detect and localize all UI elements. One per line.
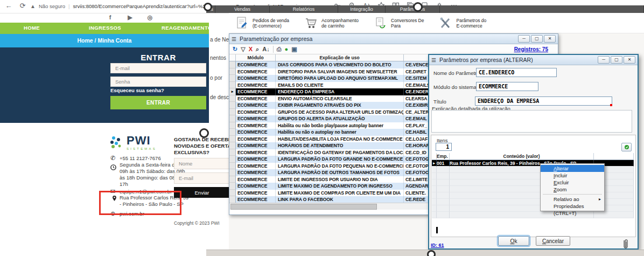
itens-count-field[interactable]: 1 — [436, 143, 452, 151]
forgot-password-link[interactable]: Esqueceu sua senha? — [110, 87, 164, 93]
row-selector[interactable] — [229, 136, 236, 143]
registros-link[interactable]: Registros: 75 — [514, 46, 548, 52]
row-selector[interactable] — [229, 61, 236, 68]
window-menu-icon[interactable]: ☰ — [232, 36, 236, 42]
app-toolbar-label: Conversores DePara — [391, 18, 424, 29]
refresh-icon[interactable]: ⟳ — [18, 2, 27, 10]
nav-item-reagendamento[interactable]: REAGENDAMENTO — [162, 25, 212, 31]
cell-modulo: ECOMMERCE — [236, 136, 276, 143]
row-selector[interactable]: ▸ — [229, 88, 236, 95]
app-toolbar: Pedidos de venda(E-commerce)Acompanhamen… — [229, 13, 644, 33]
row-selector[interactable] — [229, 75, 236, 82]
facebook-icon[interactable]: f — [107, 14, 114, 21]
row-selector[interactable] — [229, 190, 236, 197]
export-icon[interactable]: ● — [284, 45, 288, 53]
app-toolbar-ecommerce-params[interactable]: Parâmetros doE-commerce — [439, 16, 486, 30]
row-selector[interactable] — [229, 129, 236, 136]
newsletter-email-field[interactable]: E-mail — [174, 172, 230, 184]
app-toolbar-cart-tracking[interactable]: Acompanhamentode carrinho — [304, 16, 359, 30]
maximize-button[interactable]: ▢ — [611, 56, 622, 64]
youtube-icon[interactable]: ▶ — [127, 14, 134, 21]
print-icon[interactable]: ⎙ — [277, 45, 282, 53]
find-icon[interactable]: ⌕ — [256, 45, 259, 53]
itens-header-emp[interactable]: Emp. — [437, 153, 450, 160]
row-selector[interactable] — [229, 169, 236, 176]
module-field[interactable]: ECOMMERCE — [476, 82, 538, 91]
password-field[interactable]: Senha — [110, 77, 206, 87]
row-selector[interactable] — [229, 156, 236, 163]
cell-explicacao: LARGURA PADRÃO DE OUTROS TAMANHOS DE FOT… — [276, 169, 404, 176]
param-name-field[interactable]: CE.ENDERECO — [476, 68, 557, 77]
cell-explicacao: GRUPOS DE ACESSO PARA ALTERAR URLS DE OT… — [276, 109, 404, 116]
row-selector[interactable] — [229, 82, 236, 89]
alterar-titlebar[interactable]: ☰ Parâmetros por empresa (ALTERAR) ─ ▢ ✕ — [429, 55, 638, 65]
cell-modulo: ECOMMERCE — [236, 102, 276, 109]
title-field[interactable]: ENDEREÇO DA EMPRESA — [475, 96, 612, 106]
sort-icon[interactable]: A↓ — [262, 45, 269, 53]
ok-button[interactable]: Ok — [498, 236, 529, 246]
context-menu-item-incluir[interactable]: Incluir — [541, 172, 604, 179]
record-id-link[interactable]: ID: 61 — [431, 243, 444, 248]
row-selector[interactable] — [229, 95, 236, 102]
minimize-button[interactable]: ─ — [598, 56, 610, 64]
newsletter-send-button[interactable]: Enviar — [174, 187, 230, 198]
row-selector[interactable] — [229, 109, 236, 116]
context-menu-item-propriedadesctrlt[interactable]: Propriedades (CTRL+T) — [541, 203, 604, 210]
nav-item-ingressos[interactable]: INGRESSOS — [89, 25, 121, 31]
parametrizacao-titlebar[interactable]: ☰ Parametrização por empresa ─ ▢ ✕ — [229, 34, 558, 44]
close-button[interactable]: ✕ — [544, 35, 556, 43]
menu-item-integrao[interactable]: Integração — [338, 5, 386, 13]
itens-header-conteudo[interactable]: Conteúdo (valor) — [450, 153, 594, 160]
row-selector[interactable] — [229, 102, 236, 109]
filter-icon[interactable]: ▽ — [241, 45, 245, 53]
cell-explicacao: LARGURA PADRÃO DA FOTO PEQUENA NO E-COMM… — [276, 163, 404, 170]
site-nav: HOME INGRESSOS REAGENDAMENTO — [0, 23, 209, 34]
menu-item-vendas[interactable]: Vendas — [215, 5, 270, 13]
cell-emp: 001 — [437, 160, 450, 167]
nav-item-home[interactable]: HOME — [24, 25, 40, 31]
grid-header-explicacao[interactable]: Explicação de uso — [276, 54, 404, 61]
minimize-button[interactable]: ─ — [518, 35, 530, 43]
grid-header-modulo[interactable]: Módulo — [236, 54, 276, 61]
save-icon[interactable]: ▣ — [291, 45, 297, 53]
click-annotation-ring — [427, 250, 436, 256]
app-toolbar-orders-ecommerce[interactable]: Pedidos de venda(E-commerce) — [235, 16, 289, 30]
breadcrumb[interactable]: Home / Minha Conta — [0, 37, 209, 44]
app-toolbar-converters[interactable]: Conversores DePara — [374, 16, 424, 30]
back-icon[interactable]: ← — [4, 2, 13, 10]
window-menu-icon[interactable]: ☰ — [431, 57, 436, 63]
clear-filter-icon[interactable]: X — [249, 45, 253, 53]
login-button[interactable]: ENTRAR — [110, 96, 206, 109]
cell-modulo: ECOMMERCE — [236, 68, 276, 75]
cell-explicacao: Habilita ou não botão play/pause autopla… — [276, 122, 404, 129]
row-selector[interactable] — [229, 176, 236, 183]
itens-empty-row[interactable] — [432, 212, 634, 218]
row-selector[interactable] — [229, 122, 236, 129]
newsletter-name-field[interactable]: Nome — [174, 158, 230, 169]
explanation-textarea[interactable] — [431, 110, 632, 133]
row-selector[interactable] — [229, 163, 236, 170]
context-menu-item-excluir[interactable]: Excluir — [541, 179, 604, 186]
context-menu-item-relativoao[interactable]: Relativo ao▸ — [541, 196, 604, 203]
url-divider: | — [68, 3, 69, 9]
row-selector[interactable] — [229, 68, 236, 75]
refresh-icon[interactable]: ↻ — [233, 45, 237, 53]
row-selector[interactable]: ▸ — [432, 160, 437, 167]
maximize-button[interactable]: ▢ — [531, 35, 543, 43]
cell-modulo: ECOMMERCE — [236, 169, 276, 176]
close-button[interactable]: ✕ — [624, 56, 635, 64]
itens-refresh-button[interactable] — [621, 143, 632, 151]
context-menu-item-alterar[interactable]: Alterar — [541, 165, 604, 172]
row-selector[interactable] — [229, 142, 236, 149]
row-selector[interactable] — [229, 196, 236, 203]
cancel-button[interactable]: Cancelar — [536, 236, 570, 246]
scrollbar-thumb[interactable] — [230, 204, 377, 210]
cell-explicacao: LIMITE MAXIMO DE COMPRAS POR CLIENTE EM … — [276, 190, 404, 197]
menu-item-relatrios[interactable]: Relatórios — [270, 5, 338, 13]
row-selector[interactable] — [229, 149, 236, 156]
email-field[interactable]: E-mail — [110, 63, 206, 73]
context-menu-item-zoom[interactable]: Zoom — [541, 186, 604, 193]
instagram-icon[interactable]: ◎ — [146, 14, 153, 21]
row-selector[interactable] — [229, 183, 236, 190]
row-selector[interactable] — [229, 115, 236, 122]
